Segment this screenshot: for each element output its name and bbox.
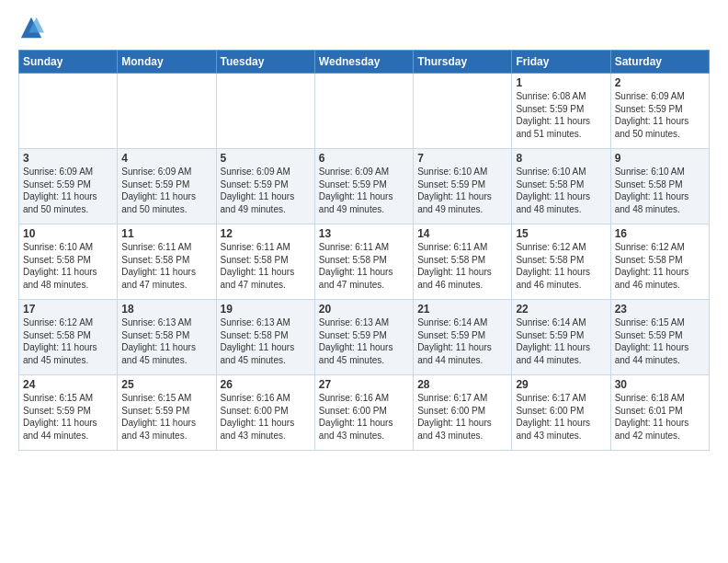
- calendar-cell: 2Sunrise: 6:09 AM Sunset: 5:59 PM Daylig…: [610, 74, 709, 149]
- day-number: 28: [417, 378, 507, 391]
- week-row-1: 1Sunrise: 6:08 AM Sunset: 5:59 PM Daylig…: [19, 74, 710, 149]
- day-number: 21: [417, 303, 507, 316]
- day-number: 26: [221, 378, 311, 391]
- day-number: 27: [319, 378, 409, 391]
- week-row-4: 17Sunrise: 6:12 AM Sunset: 5:58 PM Dayli…: [19, 300, 710, 375]
- day-info: Sunrise: 6:11 AM Sunset: 5:58 PM Dayligh…: [121, 241, 211, 291]
- calendar-cell: 20Sunrise: 6:13 AM Sunset: 5:59 PM Dayli…: [314, 300, 413, 375]
- calendar-cell: 12Sunrise: 6:11 AM Sunset: 5:58 PM Dayli…: [216, 224, 314, 300]
- calendar-cell: 8Sunrise: 6:10 AM Sunset: 5:58 PM Daylig…: [512, 149, 610, 224]
- day-number: 4: [121, 152, 211, 165]
- calendar-cell: 21Sunrise: 6:14 AM Sunset: 5:59 PM Dayli…: [414, 300, 512, 375]
- weekday-header-thursday: Thursday: [414, 51, 512, 74]
- day-info: Sunrise: 6:11 AM Sunset: 5:58 PM Dayligh…: [221, 241, 311, 291]
- calendar-cell: 5Sunrise: 6:09 AM Sunset: 5:59 PM Daylig…: [216, 149, 314, 224]
- calendar-cell: 9Sunrise: 6:10 AM Sunset: 5:58 PM Daylig…: [610, 149, 709, 224]
- logo: [18, 15, 48, 40]
- day-info: Sunrise: 6:15 AM Sunset: 5:59 PM Dayligh…: [121, 392, 211, 442]
- week-row-2: 3Sunrise: 6:09 AM Sunset: 5:59 PM Daylig…: [19, 149, 710, 224]
- calendar-cell: [118, 74, 216, 149]
- day-number: 9: [615, 152, 705, 165]
- page: SundayMondayTuesdayWednesdayThursdayFrid…: [0, 0, 728, 460]
- day-number: 3: [23, 152, 113, 165]
- day-info: Sunrise: 6:13 AM Sunset: 5:58 PM Dayligh…: [121, 316, 211, 366]
- calendar-cell: [314, 74, 413, 149]
- day-number: 24: [23, 378, 113, 391]
- day-number: 12: [221, 227, 311, 240]
- calendar-cell: 13Sunrise: 6:11 AM Sunset: 5:58 PM Dayli…: [314, 224, 413, 300]
- calendar-cell: 10Sunrise: 6:10 AM Sunset: 5:58 PM Dayli…: [19, 224, 118, 300]
- day-number: 16: [615, 227, 705, 240]
- weekday-header-wednesday: Wednesday: [314, 51, 413, 74]
- calendar-cell: 17Sunrise: 6:12 AM Sunset: 5:58 PM Dayli…: [19, 300, 118, 375]
- weekday-header-row: SundayMondayTuesdayWednesdayThursdayFrid…: [19, 51, 710, 74]
- day-info: Sunrise: 6:15 AM Sunset: 5:59 PM Dayligh…: [615, 316, 705, 366]
- day-number: 10: [23, 227, 113, 240]
- day-info: Sunrise: 6:11 AM Sunset: 5:58 PM Dayligh…: [417, 241, 507, 291]
- weekday-header-saturday: Saturday: [610, 51, 709, 74]
- day-info: Sunrise: 6:10 AM Sunset: 5:58 PM Dayligh…: [23, 241, 113, 291]
- day-number: 8: [516, 152, 606, 165]
- day-info: Sunrise: 6:10 AM Sunset: 5:58 PM Dayligh…: [516, 166, 606, 215]
- day-number: 13: [319, 227, 409, 240]
- day-info: Sunrise: 6:10 AM Sunset: 5:59 PM Dayligh…: [417, 166, 507, 215]
- day-info: Sunrise: 6:16 AM Sunset: 6:00 PM Dayligh…: [221, 392, 311, 442]
- day-info: Sunrise: 6:14 AM Sunset: 5:59 PM Dayligh…: [417, 316, 507, 366]
- day-info: Sunrise: 6:18 AM Sunset: 6:01 PM Dayligh…: [615, 392, 705, 442]
- day-info: Sunrise: 6:09 AM Sunset: 5:59 PM Dayligh…: [615, 90, 705, 140]
- calendar-cell: 6Sunrise: 6:09 AM Sunset: 5:59 PM Daylig…: [314, 149, 413, 224]
- calendar-cell: [414, 74, 512, 149]
- day-info: Sunrise: 6:17 AM Sunset: 6:00 PM Dayligh…: [516, 392, 606, 442]
- day-number: 6: [319, 152, 409, 165]
- week-row-5: 24Sunrise: 6:15 AM Sunset: 5:59 PM Dayli…: [19, 375, 710, 451]
- day-number: 29: [516, 378, 606, 391]
- calendar-cell: 28Sunrise: 6:17 AM Sunset: 6:00 PM Dayli…: [414, 375, 512, 451]
- day-number: 11: [121, 227, 211, 240]
- calendar-cell: 23Sunrise: 6:15 AM Sunset: 5:59 PM Dayli…: [610, 300, 709, 375]
- day-info: Sunrise: 6:14 AM Sunset: 5:59 PM Dayligh…: [516, 316, 606, 366]
- calendar-cell: 3Sunrise: 6:09 AM Sunset: 5:59 PM Daylig…: [19, 149, 118, 224]
- week-row-3: 10Sunrise: 6:10 AM Sunset: 5:58 PM Dayli…: [19, 224, 710, 300]
- day-number: 20: [319, 303, 409, 316]
- day-number: 23: [615, 303, 705, 316]
- day-info: Sunrise: 6:15 AM Sunset: 5:59 PM Dayligh…: [23, 392, 113, 442]
- calendar-cell: 27Sunrise: 6:16 AM Sunset: 6:00 PM Dayli…: [314, 375, 413, 451]
- day-number: 15: [516, 227, 606, 240]
- calendar-cell: [19, 74, 118, 149]
- logo-icon: [18, 15, 44, 40]
- calendar-cell: 14Sunrise: 6:11 AM Sunset: 5:58 PM Dayli…: [414, 224, 512, 300]
- day-info: Sunrise: 6:09 AM Sunset: 5:59 PM Dayligh…: [23, 166, 113, 215]
- day-info: Sunrise: 6:12 AM Sunset: 5:58 PM Dayligh…: [615, 241, 705, 291]
- calendar-cell: 16Sunrise: 6:12 AM Sunset: 5:58 PM Dayli…: [610, 224, 709, 300]
- day-number: 14: [417, 227, 507, 240]
- day-info: Sunrise: 6:09 AM Sunset: 5:59 PM Dayligh…: [121, 166, 211, 215]
- day-info: Sunrise: 6:13 AM Sunset: 5:58 PM Dayligh…: [221, 316, 311, 366]
- weekday-header-sunday: Sunday: [19, 51, 118, 74]
- day-info: Sunrise: 6:13 AM Sunset: 5:59 PM Dayligh…: [319, 316, 409, 366]
- day-number: 1: [516, 76, 606, 89]
- day-number: 22: [516, 303, 606, 316]
- calendar-cell: 29Sunrise: 6:17 AM Sunset: 6:00 PM Dayli…: [512, 375, 610, 451]
- calendar-cell: 15Sunrise: 6:12 AM Sunset: 5:58 PM Dayli…: [512, 224, 610, 300]
- day-number: 19: [221, 303, 311, 316]
- day-number: 7: [417, 152, 507, 165]
- day-number: 30: [615, 378, 705, 391]
- day-number: 2: [615, 76, 705, 89]
- day-info: Sunrise: 6:12 AM Sunset: 5:58 PM Dayligh…: [516, 241, 606, 291]
- calendar-cell: 4Sunrise: 6:09 AM Sunset: 5:59 PM Daylig…: [118, 149, 216, 224]
- weekday-header-tuesday: Tuesday: [216, 51, 314, 74]
- day-number: 5: [221, 152, 311, 165]
- calendar-cell: 1Sunrise: 6:08 AM Sunset: 5:59 PM Daylig…: [512, 74, 610, 149]
- day-info: Sunrise: 6:10 AM Sunset: 5:58 PM Dayligh…: [615, 166, 705, 215]
- calendar-cell: 26Sunrise: 6:16 AM Sunset: 6:00 PM Dayli…: [216, 375, 314, 451]
- calendar-cell: [216, 74, 314, 149]
- calendar-cell: 30Sunrise: 6:18 AM Sunset: 6:01 PM Dayli…: [610, 375, 709, 451]
- calendar-cell: 24Sunrise: 6:15 AM Sunset: 5:59 PM Dayli…: [19, 375, 118, 451]
- calendar-cell: 25Sunrise: 6:15 AM Sunset: 5:59 PM Dayli…: [118, 375, 216, 451]
- calendar: SundayMondayTuesdayWednesdayThursdayFrid…: [18, 50, 710, 451]
- calendar-cell: 7Sunrise: 6:10 AM Sunset: 5:59 PM Daylig…: [414, 149, 512, 224]
- calendar-cell: 11Sunrise: 6:11 AM Sunset: 5:58 PM Dayli…: [118, 224, 216, 300]
- weekday-header-friday: Friday: [512, 51, 610, 74]
- day-number: 25: [121, 378, 211, 391]
- day-info: Sunrise: 6:11 AM Sunset: 5:58 PM Dayligh…: [319, 241, 409, 291]
